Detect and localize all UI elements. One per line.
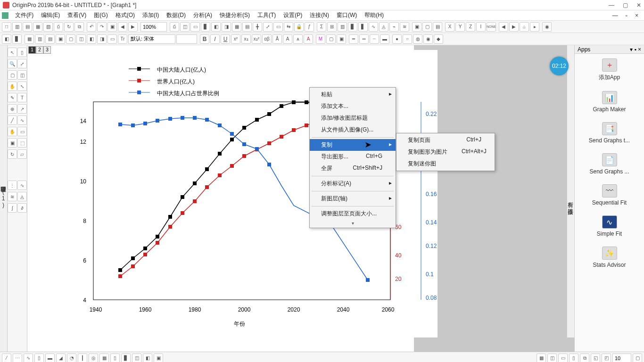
tb-i-icon[interactable]: I <box>476 22 486 32</box>
bb-back-icon[interactable]: ◰ <box>602 354 611 362</box>
ctx-add-text[interactable]: 添加文本... <box>310 100 396 112</box>
tool-rotate-icon[interactable]: ↻ <box>8 149 17 159</box>
layer-tab-2[interactable]: 2 <box>36 46 43 54</box>
menu-file[interactable]: 文件(F) <box>11 10 37 20</box>
app-stats-advisor[interactable]: ✨Stats Advisor <box>575 242 644 273</box>
tb-compare-icon[interactable]: ⇆ <box>284 22 293 32</box>
tb-save-icon[interactable]: ▤ <box>23 22 32 32</box>
tool-region-icon[interactable]: ▱ <box>17 149 27 159</box>
tb-fft-icon[interactable]: ≋ <box>400 22 409 32</box>
tb2-sub-icon[interactable]: x₂ <box>241 34 251 44</box>
bb-group-icon[interactable]: ⧉ <box>580 354 589 362</box>
app-add[interactable]: ＋添加App <box>575 54 644 86</box>
tb2-grid6-icon[interactable]: ◫ <box>76 34 86 44</box>
tool-cursor-icon[interactable]: ↗ <box>17 104 27 114</box>
tb2-grid1-icon[interactable]: ▦ <box>25 34 34 44</box>
menu-edit[interactable]: 编辑(E) <box>37 10 64 20</box>
tb-refresh-icon[interactable]: ↻ <box>64 22 74 32</box>
tb-stats-icon[interactable]: ⊞ <box>327 22 337 32</box>
minimize-button[interactable]: — <box>609 2 614 8</box>
menu-quickanalyze[interactable]: 快捷分析(S) <box>216 10 254 20</box>
legend[interactable]: 中国大陆人口(亿人) 世界人口(亿人) 中国大陆人口占世界比例 <box>129 66 219 97</box>
tool-scatter-icon[interactable]: ⋮ <box>8 181 17 190</box>
tb-redo-icon[interactable]: ↷ <box>97 22 107 32</box>
tb-col-icon[interactable]: ▥ <box>338 22 347 32</box>
tb-legend-icon[interactable]: ▭ <box>273 22 283 32</box>
tb-slide-icon[interactable]: ▭ <box>190 22 200 32</box>
tool-text-icon[interactable]: T <box>17 93 27 102</box>
tb-lock-icon[interactable]: 🔒 <box>294 22 304 32</box>
context-submenu-copy[interactable]: 复制页面Ctrl+J 复制图形为图片Ctrl+Alt+J 复制迷你图 <box>396 133 495 171</box>
tool-linescatter-icon[interactable]: ≋ <box>8 192 17 201</box>
bb-contour-icon[interactable]: ◎ <box>89 354 98 362</box>
tool-peakfit-icon[interactable]: ◬ <box>17 192 27 201</box>
tb-fit1-icon[interactable]: ▊ <box>348 22 357 32</box>
tb-layer-icon[interactable]: ▤ <box>242 22 252 32</box>
ctx-copy[interactable]: 复制▸ <box>310 139 396 151</box>
tool-deriv-icon[interactable]: ∂ <box>17 203 27 213</box>
tool-rect-icon[interactable]: ▭ <box>17 127 27 136</box>
tb-print-icon[interactable]: ⎙ <box>54 22 63 32</box>
tb-sql-icon[interactable]: ▤ <box>433 22 442 32</box>
tb-sum-icon[interactable]: Σ <box>317 22 326 32</box>
tb2-box2-icon[interactable]: ▣ <box>337 34 346 44</box>
tb2-smallfont-icon[interactable]: ᴀ <box>293 34 303 44</box>
tb-rescale-icon[interactable]: ⤢ <box>263 22 272 32</box>
tb-chart1-icon[interactable]: ▊ <box>201 22 210 32</box>
layer-tab-1[interactable]: 1 <box>28 46 36 54</box>
tb-home-icon[interactable]: ⌂ <box>520 22 529 32</box>
tb-print2-icon[interactable]: ⎙ <box>170 22 179 32</box>
tb-python-icon[interactable]: ▣ <box>412 22 421 32</box>
tb-none-icon[interactable]: NONE <box>487 22 496 32</box>
tb2-palette-icon[interactable]: ◧ <box>2 34 11 44</box>
tb-y-icon[interactable]: Y <box>455 22 465 32</box>
bb-prob-icon[interactable]: ◫ <box>132 354 141 362</box>
tb2-fillcolor-icon[interactable]: ▬ <box>380 34 389 44</box>
tool-annotate-icon[interactable]: ⊕ <box>8 104 17 114</box>
tb-undo-icon[interactable]: ↶ <box>87 22 96 32</box>
tb-end-icon[interactable]: ▸ <box>530 22 539 32</box>
tb-next-icon[interactable]: ▶ <box>128 22 138 32</box>
menu-window[interactable]: 窗口(W) <box>333 10 361 20</box>
tb2-fontcolor-icon[interactable]: A <box>304 34 313 44</box>
ctx-insert-image[interactable]: 从文件插入图像(G)... <box>310 124 396 136</box>
bb-snap-icon[interactable]: ◫ <box>547 354 557 362</box>
zoom-select[interactable] <box>140 22 167 32</box>
tb2-grid2-icon[interactable]: ▥ <box>35 34 44 44</box>
tb-axis-icon[interactable]: ╋ <box>253 22 262 32</box>
menu-tool[interactable]: 工具(T) <box>254 10 280 20</box>
tool-zoomreset-icon[interactable]: ⤢ <box>17 59 27 68</box>
right-dock-strip[interactable]: 所有 连接器 <box>567 45 574 337</box>
ctx-new-layer[interactable]: 新图层(轴)▸ <box>310 193 396 205</box>
tb2-sup-icon[interactable]: x² <box>231 34 240 44</box>
tb2-linestyle-icon[interactable]: ┄ <box>370 34 379 44</box>
menu-analyze[interactable]: 分析(A) <box>190 10 216 20</box>
tb2-grid7-icon[interactable]: ◧ <box>87 34 96 44</box>
app-simple-fit[interactable]: ∿Simple Fit <box>575 211 644 242</box>
sub-copy-spark[interactable]: 复制迷你图 <box>396 158 495 170</box>
tb2-symbol-icon[interactable]: ● <box>392 34 402 44</box>
tb2-grid3-icon[interactable]: ▤ <box>45 34 55 44</box>
tb-fit2-icon[interactable]: ▋ <box>358 22 368 32</box>
bb-surface-icon[interactable]: ▦ <box>99 354 109 362</box>
child-max-button[interactable]: ▫ <box>622 12 631 19</box>
tool-hand-icon[interactable]: ✋ <box>8 127 17 136</box>
close-button[interactable]: ✕ <box>636 2 641 8</box>
app-graph-maker[interactable]: 📊Graph Maker <box>575 86 644 117</box>
tool-intg-icon[interactable]: ∫ <box>8 203 17 213</box>
ctx-fit-layer[interactable]: 调整图层至页面大小... <box>310 208 396 220</box>
bb-distribute-icon[interactable]: ▯ <box>569 354 578 362</box>
tb-x-icon[interactable]: X <box>445 22 454 32</box>
tool-pointer-icon[interactable]: ↖ <box>8 48 17 57</box>
menu-view[interactable]: 查看(V) <box>64 10 90 20</box>
tb-chart3-icon[interactable]: ◨ <box>222 22 231 32</box>
tool-pan-icon[interactable]: ✋ <box>8 82 17 91</box>
sub-copy-image[interactable]: 复制图形为图片Ctrl+Alt+J <box>396 146 495 158</box>
font-select[interactable] <box>128 34 175 44</box>
tb2-grid5-icon[interactable]: ▢ <box>66 34 75 44</box>
bb-apply-icon[interactable]: ▢ <box>633 354 642 362</box>
tb-duplicate-icon[interactable]: ⧉ <box>74 22 84 32</box>
ctx-expand-icon[interactable]: ▾ <box>310 220 396 227</box>
app-send-graphs-2[interactable]: 📄Send Graphs ... <box>575 148 644 180</box>
tb2-alpha-icon[interactable]: αβ <box>262 34 272 44</box>
